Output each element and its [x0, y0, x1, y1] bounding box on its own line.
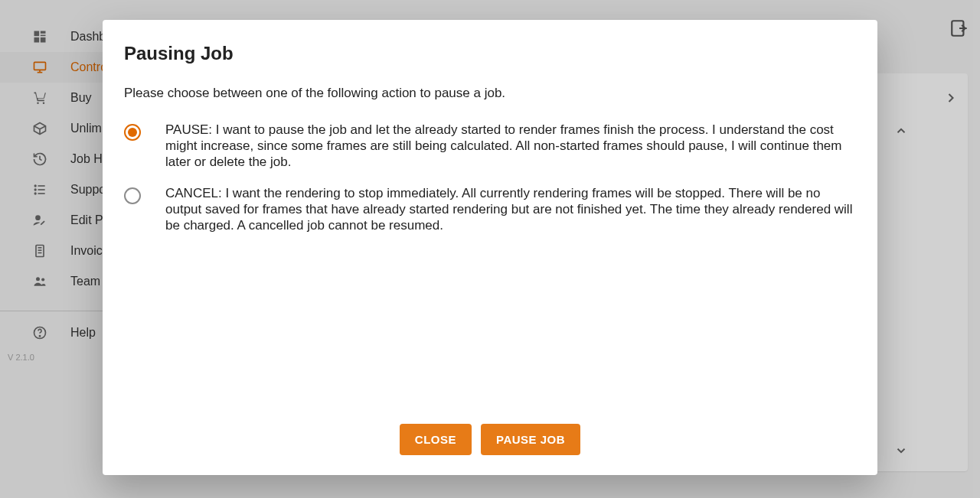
option-pause-text: PAUSE: I want to pause the job and let t… [165, 122, 856, 171]
radio-pause[interactable] [124, 124, 141, 141]
close-button[interactable]: CLOSE [400, 424, 472, 455]
option-cancel-text: CANCEL: I want the rendering to stop imm… [165, 186, 856, 234]
option-pause[interactable]: PAUSE: I want to pause the job and let t… [124, 122, 856, 171]
radio-cancel[interactable] [124, 187, 141, 204]
pause-job-button[interactable]: PAUSE JOB [481, 424, 580, 455]
modal-subtitle: Please choose between one of the followi… [124, 86, 856, 101]
modal-actions: CLOSE PAUSE JOB [124, 424, 856, 458]
modal-title: Pausing Job [124, 43, 856, 64]
option-cancel[interactable]: CANCEL: I want the rendering to stop imm… [124, 186, 856, 234]
pausing-job-modal: Pausing Job Please choose between one of… [103, 20, 877, 475]
modal-overlay: Pausing Job Please choose between one of… [0, 0, 980, 498]
